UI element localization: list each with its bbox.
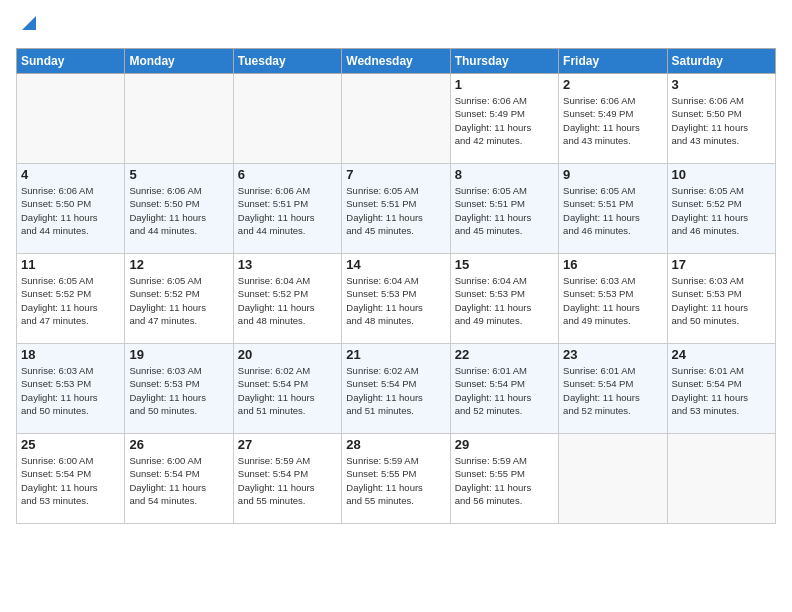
day-info: Sunrise: 6:05 AM Sunset: 5:52 PM Dayligh… (129, 274, 228, 327)
calendar-cell: 12Sunrise: 6:05 AM Sunset: 5:52 PM Dayli… (125, 254, 233, 344)
day-number: 15 (455, 257, 554, 272)
day-number: 10 (672, 167, 771, 182)
day-info: Sunrise: 6:04 AM Sunset: 5:53 PM Dayligh… (346, 274, 445, 327)
day-number: 17 (672, 257, 771, 272)
calendar-cell: 28Sunrise: 5:59 AM Sunset: 5:55 PM Dayli… (342, 434, 450, 524)
calendar-cell: 3Sunrise: 6:06 AM Sunset: 5:50 PM Daylig… (667, 74, 775, 164)
day-info: Sunrise: 6:05 AM Sunset: 5:51 PM Dayligh… (346, 184, 445, 237)
calendar-cell: 23Sunrise: 6:01 AM Sunset: 5:54 PM Dayli… (559, 344, 667, 434)
calendar-cell: 9Sunrise: 6:05 AM Sunset: 5:51 PM Daylig… (559, 164, 667, 254)
day-info: Sunrise: 6:05 AM Sunset: 5:51 PM Dayligh… (455, 184, 554, 237)
day-info: Sunrise: 6:03 AM Sunset: 5:53 PM Dayligh… (129, 364, 228, 417)
day-info: Sunrise: 5:59 AM Sunset: 5:55 PM Dayligh… (455, 454, 554, 507)
day-number: 27 (238, 437, 337, 452)
day-info: Sunrise: 6:04 AM Sunset: 5:53 PM Dayligh… (455, 274, 554, 327)
day-info: Sunrise: 6:06 AM Sunset: 5:50 PM Dayligh… (21, 184, 120, 237)
day-number: 14 (346, 257, 445, 272)
day-number: 5 (129, 167, 228, 182)
calendar-week-row: 11Sunrise: 6:05 AM Sunset: 5:52 PM Dayli… (17, 254, 776, 344)
calendar-cell: 27Sunrise: 5:59 AM Sunset: 5:54 PM Dayli… (233, 434, 341, 524)
column-header-monday: Monday (125, 49, 233, 74)
calendar-cell: 2Sunrise: 6:06 AM Sunset: 5:49 PM Daylig… (559, 74, 667, 164)
calendar-cell (559, 434, 667, 524)
calendar-cell: 22Sunrise: 6:01 AM Sunset: 5:54 PM Dayli… (450, 344, 558, 434)
day-number: 12 (129, 257, 228, 272)
day-number: 7 (346, 167, 445, 182)
day-number: 20 (238, 347, 337, 362)
day-info: Sunrise: 6:00 AM Sunset: 5:54 PM Dayligh… (129, 454, 228, 507)
calendar-cell (125, 74, 233, 164)
day-info: Sunrise: 6:02 AM Sunset: 5:54 PM Dayligh… (346, 364, 445, 417)
day-number: 21 (346, 347, 445, 362)
day-info: Sunrise: 6:06 AM Sunset: 5:49 PM Dayligh… (563, 94, 662, 147)
calendar-cell (233, 74, 341, 164)
calendar-cell: 6Sunrise: 6:06 AM Sunset: 5:51 PM Daylig… (233, 164, 341, 254)
calendar-week-row: 4Sunrise: 6:06 AM Sunset: 5:50 PM Daylig… (17, 164, 776, 254)
day-info: Sunrise: 6:01 AM Sunset: 5:54 PM Dayligh… (455, 364, 554, 417)
day-info: Sunrise: 6:06 AM Sunset: 5:51 PM Dayligh… (238, 184, 337, 237)
day-info: Sunrise: 6:03 AM Sunset: 5:53 PM Dayligh… (563, 274, 662, 327)
day-info: Sunrise: 6:01 AM Sunset: 5:54 PM Dayligh… (563, 364, 662, 417)
column-header-thursday: Thursday (450, 49, 558, 74)
day-info: Sunrise: 6:04 AM Sunset: 5:52 PM Dayligh… (238, 274, 337, 327)
calendar-cell: 24Sunrise: 6:01 AM Sunset: 5:54 PM Dayli… (667, 344, 775, 434)
calendar-table: SundayMondayTuesdayWednesdayThursdayFrid… (16, 48, 776, 524)
day-number: 2 (563, 77, 662, 92)
day-number: 13 (238, 257, 337, 272)
day-number: 4 (21, 167, 120, 182)
day-number: 29 (455, 437, 554, 452)
day-number: 25 (21, 437, 120, 452)
day-number: 28 (346, 437, 445, 452)
day-info: Sunrise: 6:00 AM Sunset: 5:54 PM Dayligh… (21, 454, 120, 507)
calendar-cell: 16Sunrise: 6:03 AM Sunset: 5:53 PM Dayli… (559, 254, 667, 344)
calendar-cell (17, 74, 125, 164)
calendar-week-row: 25Sunrise: 6:00 AM Sunset: 5:54 PM Dayli… (17, 434, 776, 524)
page-header (16, 16, 776, 40)
day-info: Sunrise: 6:06 AM Sunset: 5:50 PM Dayligh… (129, 184, 228, 237)
column-header-friday: Friday (559, 49, 667, 74)
calendar-cell: 11Sunrise: 6:05 AM Sunset: 5:52 PM Dayli… (17, 254, 125, 344)
column-header-sunday: Sunday (17, 49, 125, 74)
day-number: 18 (21, 347, 120, 362)
day-number: 23 (563, 347, 662, 362)
calendar-cell (667, 434, 775, 524)
calendar-header-row: SundayMondayTuesdayWednesdayThursdayFrid… (17, 49, 776, 74)
calendar-cell: 20Sunrise: 6:02 AM Sunset: 5:54 PM Dayli… (233, 344, 341, 434)
calendar-cell: 1Sunrise: 6:06 AM Sunset: 5:49 PM Daylig… (450, 74, 558, 164)
day-number: 16 (563, 257, 662, 272)
calendar-cell: 15Sunrise: 6:04 AM Sunset: 5:53 PM Dayli… (450, 254, 558, 344)
calendar-week-row: 18Sunrise: 6:03 AM Sunset: 5:53 PM Dayli… (17, 344, 776, 434)
logo-arrow-icon (18, 12, 40, 34)
calendar-cell: 18Sunrise: 6:03 AM Sunset: 5:53 PM Dayli… (17, 344, 125, 434)
calendar-cell: 29Sunrise: 5:59 AM Sunset: 5:55 PM Dayli… (450, 434, 558, 524)
calendar-week-row: 1Sunrise: 6:06 AM Sunset: 5:49 PM Daylig… (17, 74, 776, 164)
day-info: Sunrise: 6:03 AM Sunset: 5:53 PM Dayligh… (21, 364, 120, 417)
day-info: Sunrise: 5:59 AM Sunset: 5:55 PM Dayligh… (346, 454, 445, 507)
day-info: Sunrise: 5:59 AM Sunset: 5:54 PM Dayligh… (238, 454, 337, 507)
calendar-cell: 26Sunrise: 6:00 AM Sunset: 5:54 PM Dayli… (125, 434, 233, 524)
day-number: 11 (21, 257, 120, 272)
day-number: 8 (455, 167, 554, 182)
day-number: 19 (129, 347, 228, 362)
day-info: Sunrise: 6:03 AM Sunset: 5:53 PM Dayligh… (672, 274, 771, 327)
day-info: Sunrise: 6:05 AM Sunset: 5:52 PM Dayligh… (672, 184, 771, 237)
day-info: Sunrise: 6:02 AM Sunset: 5:54 PM Dayligh… (238, 364, 337, 417)
column-header-saturday: Saturday (667, 49, 775, 74)
calendar-cell: 10Sunrise: 6:05 AM Sunset: 5:52 PM Dayli… (667, 164, 775, 254)
day-info: Sunrise: 6:06 AM Sunset: 5:50 PM Dayligh… (672, 94, 771, 147)
logo (16, 16, 40, 40)
calendar-cell: 21Sunrise: 6:02 AM Sunset: 5:54 PM Dayli… (342, 344, 450, 434)
day-number: 26 (129, 437, 228, 452)
calendar-cell: 5Sunrise: 6:06 AM Sunset: 5:50 PM Daylig… (125, 164, 233, 254)
calendar-cell: 17Sunrise: 6:03 AM Sunset: 5:53 PM Dayli… (667, 254, 775, 344)
svg-marker-0 (22, 16, 36, 30)
day-info: Sunrise: 6:05 AM Sunset: 5:51 PM Dayligh… (563, 184, 662, 237)
calendar-cell: 8Sunrise: 6:05 AM Sunset: 5:51 PM Daylig… (450, 164, 558, 254)
calendar-cell: 13Sunrise: 6:04 AM Sunset: 5:52 PM Dayli… (233, 254, 341, 344)
day-info: Sunrise: 6:06 AM Sunset: 5:49 PM Dayligh… (455, 94, 554, 147)
day-number: 6 (238, 167, 337, 182)
calendar-cell: 14Sunrise: 6:04 AM Sunset: 5:53 PM Dayli… (342, 254, 450, 344)
column-header-tuesday: Tuesday (233, 49, 341, 74)
day-info: Sunrise: 6:05 AM Sunset: 5:52 PM Dayligh… (21, 274, 120, 327)
calendar-cell: 4Sunrise: 6:06 AM Sunset: 5:50 PM Daylig… (17, 164, 125, 254)
